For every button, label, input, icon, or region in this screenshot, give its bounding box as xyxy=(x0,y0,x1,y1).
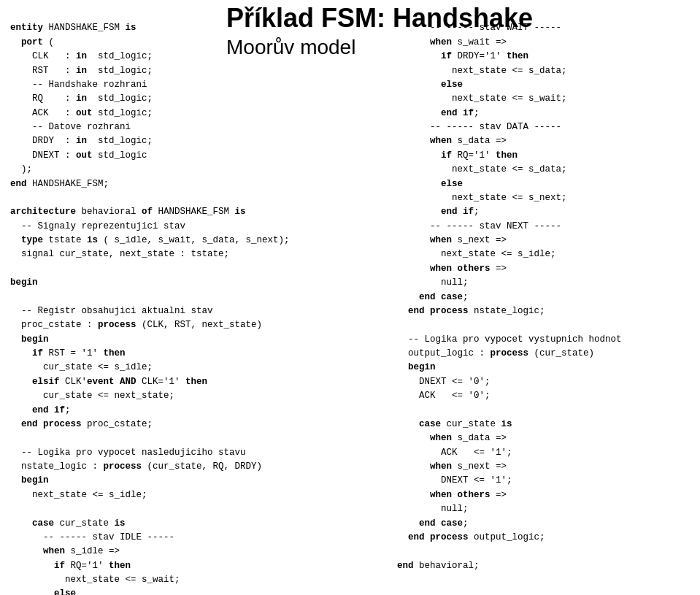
left-code-panel: entity HANDSHAKE_FSM is port ( CLK : in … xyxy=(0,0,387,595)
page: Příklad FSM: Handshake Moorův model enti… xyxy=(0,0,700,595)
title-area: Příklad FSM: Handshake Moorův model xyxy=(226,4,474,59)
right-code-panel: -- ----- stav WAIT ----- when s_wait => … xyxy=(387,0,700,595)
main-title: Příklad FSM: Handshake xyxy=(226,4,474,33)
left-code-block: entity HANDSHAKE_FSM is port ( CLK : in … xyxy=(10,23,290,595)
right-code-block: -- ----- stav WAIT ----- when s_wait => … xyxy=(397,23,622,570)
sub-title: Moorův model xyxy=(226,36,474,59)
